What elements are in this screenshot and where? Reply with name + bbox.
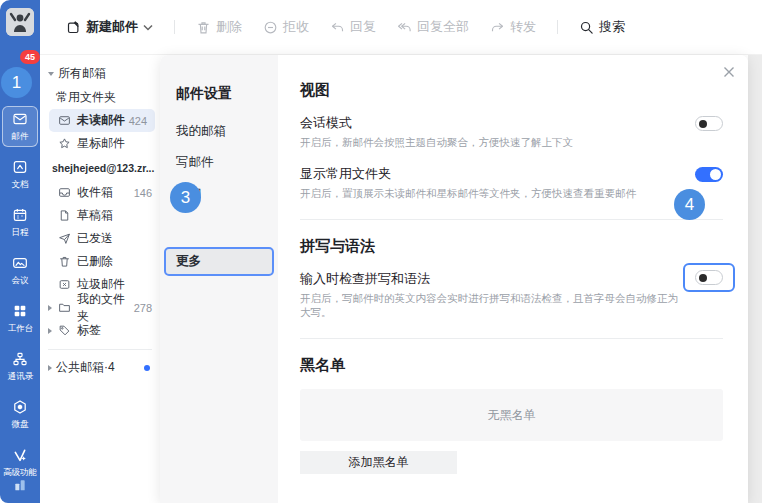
folder-starred[interactable]: 星标邮件 — [40, 132, 160, 155]
blacklist-empty-state: 无黑名单 — [300, 389, 723, 441]
sidebar-item-mail[interactable]: 邮件 — [2, 106, 38, 147]
app-window: 45 邮件 文档 日程 — [0, 0, 762, 503]
settings-nav-hidden-item[interactable] — [176, 216, 272, 232]
compose-button[interactable]: 新建邮件 — [66, 18, 153, 36]
folder-sent[interactable]: 已发送 — [40, 227, 160, 250]
reply-button[interactable]: 回复 — [330, 18, 376, 36]
contacts-icon — [12, 351, 28, 367]
reply-all-button[interactable]: 回复全部 — [397, 18, 469, 36]
avatar-image — [6, 8, 34, 36]
search-button[interactable]: 搜索 — [579, 18, 625, 36]
sidebar-item-label: 文档 — [11, 178, 28, 190]
setting-desc: 开启后，置顶展示未读邮件和星标邮件等文件夹，方便快速查看重要邮件 — [300, 187, 636, 201]
advanced-icon — [12, 447, 28, 463]
account-email[interactable]: shejhejeed@123.zr... — [40, 155, 160, 181]
tag-icon — [58, 324, 71, 337]
folder-label: 星标邮件 — [77, 135, 125, 152]
toggle-show-common-folders[interactable] — [695, 167, 723, 182]
setting-row-conversation-mode: 会话模式 开启后，新邮件会按照主题自动聚合，方便快速了解上下文 — [300, 114, 723, 150]
folder-deleted[interactable]: 已删除 — [40, 250, 160, 273]
sidebar-item-meeting[interactable]: 会议 — [2, 250, 38, 291]
folder-panel: 所有邮箱 常用文件夹 未读邮件 424 星标邮件 shejhejeed@123.… — [40, 55, 160, 503]
chevron-down-icon — [143, 24, 153, 31]
bar-chart-icon — [12, 477, 28, 493]
toggle-conversation-mode[interactable] — [695, 116, 723, 131]
forward-label: 转发 — [510, 18, 536, 36]
folder-label: 已删除 — [77, 253, 113, 270]
sidebar-item-calendar[interactable]: 日程 — [2, 202, 38, 243]
folder-my-folders[interactable]: 我的文件夹 278 — [40, 296, 160, 319]
folder-label: 已发送 — [77, 230, 113, 247]
expand-icon — [48, 328, 52, 334]
reply-icon — [330, 20, 345, 35]
block-icon — [263, 20, 278, 35]
folder-drafts[interactable]: 草稿箱 — [40, 204, 160, 227]
setting-title: 会话模式 — [300, 114, 573, 132]
draft-icon — [58, 209, 71, 222]
sidebar-item-stats[interactable] — [0, 477, 40, 493]
sidebar-item-label: 通讯录 — [7, 370, 33, 382]
section-title-blacklist: 黑名单 — [300, 356, 723, 375]
folder-public-mailbox[interactable]: 公共邮箱·4 — [40, 356, 160, 379]
section-title-spelling: 拼写与语法 — [300, 237, 723, 256]
expand-icon — [48, 305, 52, 311]
star-icon — [58, 137, 71, 150]
trash-icon — [58, 255, 71, 268]
setting-desc: 开启后，新邮件会按照主题自动聚合，方便快速了解上下文 — [300, 136, 573, 150]
mail-icon — [58, 114, 71, 127]
collapse-icon — [48, 72, 54, 76]
sidebar-item-label: 邮件 — [11, 130, 28, 142]
folder-label: 草稿箱 — [77, 207, 113, 224]
sent-icon — [58, 232, 71, 245]
sidebar-item-docs[interactable]: 文档 — [2, 154, 38, 195]
folder-label: 我的文件夹 — [77, 291, 134, 325]
folder-icon — [58, 301, 71, 314]
folder-label: 未读邮件 — [77, 112, 125, 129]
setting-row-show-common-folders: 显示常用文件夹 开启后，置顶展示未读邮件和星标邮件等文件夹，方便快速查看重要邮件 — [300, 165, 723, 201]
folder-label: 公共邮箱·4 — [56, 359, 115, 376]
reply-label: 回复 — [350, 18, 376, 36]
trash-icon — [196, 20, 211, 35]
avatar[interactable] — [6, 8, 34, 36]
folder-divider — [48, 349, 152, 350]
sidebar-item-drive[interactable]: 微盘 — [2, 394, 38, 435]
setting-title: 显示常用文件夹 — [300, 165, 636, 183]
calendar-icon — [12, 207, 28, 223]
inbox-icon — [58, 186, 71, 199]
annotation-badge-3: 3 — [170, 182, 201, 213]
workbench-icon — [12, 303, 28, 319]
sidebar-item-label: 日程 — [11, 226, 28, 238]
reply-all-icon — [397, 20, 412, 35]
toolbar-divider — [557, 20, 558, 34]
spam-icon — [58, 278, 71, 291]
folder-count: 424 — [129, 115, 147, 127]
folder-all-mailboxes[interactable]: 所有邮箱 — [40, 62, 160, 85]
drive-icon — [12, 399, 28, 415]
reply-all-label: 回复全部 — [417, 18, 469, 36]
add-blacklist-button[interactable]: 添加黑名单 — [300, 451, 457, 474]
forward-button[interactable]: 转发 — [490, 18, 536, 36]
compose-label: 新建邮件 — [86, 18, 138, 36]
folder-label: 所有邮箱 — [58, 65, 106, 82]
search-icon — [579, 20, 594, 35]
folder-unread[interactable]: 未读邮件 424 — [49, 109, 155, 132]
close-icon[interactable] — [720, 63, 738, 81]
folder-inbox[interactable]: 收件箱 146 — [40, 181, 160, 204]
toggle-spellcheck[interactable] — [695, 270, 723, 285]
settings-nav-my-mailbox[interactable]: 我的邮箱 — [176, 123, 272, 139]
settings-nav-compose[interactable]: 写邮件 — [176, 154, 272, 170]
folder-tags[interactable]: 标签 — [40, 319, 160, 342]
setting-desc: 开启后，写邮件时的英文内容会实时进行拼写和语法检查，且首字母会自动修正为大写。 — [300, 292, 683, 320]
delete-label: 删除 — [216, 18, 242, 36]
sidebar-item-contacts[interactable]: 通讯录 — [2, 346, 38, 387]
section-title-view: 视图 — [300, 81, 723, 100]
delete-button[interactable]: 删除 — [196, 18, 242, 36]
reject-button[interactable]: 拒收 — [263, 18, 309, 36]
settings-nav-more[interactable]: 更多 — [164, 247, 274, 276]
folder-count: 278 — [134, 302, 152, 314]
sidebar-item-label: 微盘 — [11, 418, 28, 430]
settings-title: 邮件设置 — [176, 85, 272, 103]
mail-icon — [12, 111, 28, 127]
sidebar-item-workbench[interactable]: 工作台 — [2, 298, 38, 339]
annotation-badge-4: 4 — [674, 189, 705, 220]
